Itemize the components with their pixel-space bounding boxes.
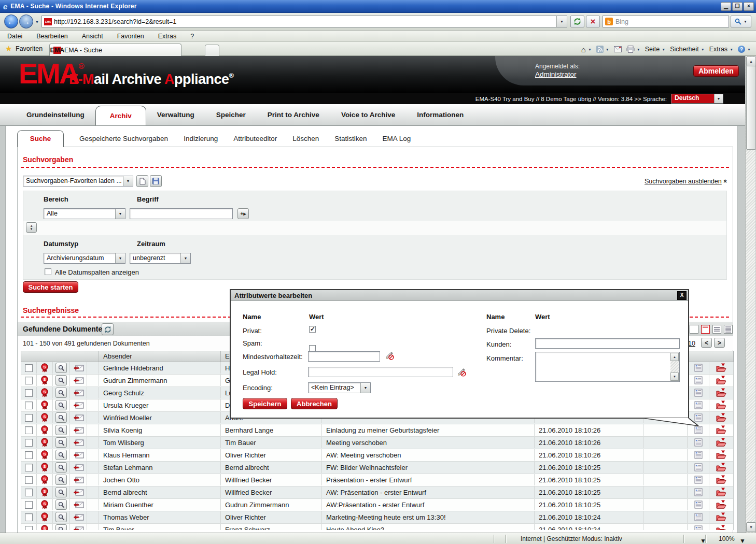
table-row[interactable]: S Tim Bauer Franz Schwarz Heute Abend Ki…: [21, 524, 733, 530]
attributes-notes-icon[interactable]: [694, 451, 703, 459]
dialog-save-button[interactable]: Speichern: [243, 398, 287, 409]
new-tab-button[interactable]: [205, 45, 219, 56]
minimize-button[interactable]: ▁: [721, 2, 731, 11]
favorites-star-icon[interactable]: ★: [5, 44, 12, 53]
preview-button[interactable]: [55, 363, 67, 373]
table-row[interactable]: S Thomas Weber Oliver Richter Marketing-…: [21, 511, 733, 524]
back-button[interactable]: ←: [4, 15, 18, 28]
attributes-notes-icon[interactable]: [694, 438, 703, 447]
preview-button[interactable]: [55, 462, 67, 473]
subnav-tab-indizierung[interactable]: Indizierung: [176, 135, 226, 142]
dropdown-arrow-icon[interactable]: ▼: [115, 253, 125, 263]
preview-button[interactable]: [55, 524, 67, 530]
restore-mail-icon[interactable]: [73, 477, 84, 483]
kommentar-textarea[interactable]: ▲ ▼: [535, 352, 680, 382]
restore-folder-icon[interactable]: [716, 400, 726, 410]
scroll-down-icon[interactable]: ▼: [670, 373, 679, 381]
row-checkbox[interactable]: [25, 377, 33, 384]
mindestvorhaltezeit-input[interactable]: [308, 351, 380, 362]
nav-tab-verwaltung[interactable]: Verwaltung: [146, 105, 205, 125]
add-term-button[interactable]: +▸: [237, 208, 249, 219]
restore-mail-icon[interactable]: [73, 390, 84, 396]
attributes-notes-icon[interactable]: [694, 389, 703, 397]
encoding-select[interactable]: <Kein Eintrag>▼: [308, 382, 371, 393]
help-menu[interactable]: ? ▼: [738, 46, 751, 53]
row-checkbox[interactable]: [25, 364, 33, 372]
page-number-link[interactable]: 10: [688, 340, 695, 347]
privat-checkbox[interactable]: [309, 326, 316, 333]
scrollbar-thumb[interactable]: [746, 66, 756, 150]
dialog-close-button[interactable]: X: [677, 291, 687, 300]
subnav-tab-statistiken[interactable]: Statistiken: [327, 135, 374, 142]
nav-tab-speicher[interactable]: Speicher: [205, 105, 257, 125]
zoom-dropdown-icon[interactable]: ▼: [739, 537, 746, 544]
nav-tab-grundeinstellung[interactable]: Grundeinstellung: [16, 105, 95, 125]
restore-folder-icon[interactable]: [716, 450, 726, 460]
nav-tab-informationen[interactable]: Informationen: [406, 105, 474, 125]
menu-item-favoriten[interactable]: Favoriten: [117, 33, 144, 40]
menu-item-?[interactable]: ?: [190, 33, 194, 40]
table-row[interactable]: S Stefan Lehmann Bernd albrecht FW: Bild…: [21, 462, 733, 474]
favorites-button[interactable]: Favoriten: [16, 45, 43, 52]
scroll-down-button[interactable]: ▼: [746, 522, 756, 532]
home-button[interactable]: ⌂▼: [581, 45, 592, 54]
restore-mail-icon[interactable]: [73, 414, 84, 421]
restore-folder-icon[interactable]: [716, 363, 726, 373]
attributes-notes-icon[interactable]: [694, 476, 703, 484]
search-box[interactable]: b Bing: [603, 16, 729, 27]
row-checkbox[interactable]: [25, 476, 33, 484]
restore-folder-icon[interactable]: [716, 388, 726, 397]
attributes-notes-icon[interactable]: [694, 401, 703, 409]
row-checkbox[interactable]: [25, 464, 33, 471]
favorites-select[interactable]: Suchvorgaben-Favoriten laden ...▼: [23, 176, 133, 187]
refresh-button[interactable]: [570, 16, 584, 27]
preview-button[interactable]: [55, 475, 67, 485]
attributes-notes-icon[interactable]: [694, 463, 703, 471]
add-row-button[interactable]: +▼: [26, 222, 37, 233]
restore-folder-icon[interactable]: [716, 376, 726, 385]
new-search-button[interactable]: [136, 175, 148, 187]
subnav-tab-attributeeditor[interactable]: Attributeeditor: [226, 135, 285, 142]
search-go-button[interactable]: ▼: [731, 16, 751, 27]
row-checkbox[interactable]: [25, 513, 33, 521]
restore-mail-icon[interactable]: [73, 402, 84, 409]
row-checkbox[interactable]: [25, 389, 33, 397]
restore-mail-icon[interactable]: [73, 439, 84, 446]
restore-folder-icon[interactable]: [716, 463, 726, 472]
subnav-tab-suche[interactable]: Suche: [17, 130, 64, 147]
safety-menu[interactable]: Sicherheit▼: [670, 46, 705, 53]
preview-button[interactable]: [55, 388, 67, 398]
dialog-cancel-button[interactable]: Abbrechen: [291, 398, 338, 409]
restore-folder-icon[interactable]: [716, 413, 726, 422]
nav-tab-archiv[interactable]: Archiv: [95, 106, 146, 125]
url-dropdown-button[interactable]: ▼: [556, 16, 567, 27]
restore-folder-icon[interactable]: [716, 438, 726, 447]
history-dropdown-icon[interactable]: ▼: [35, 20, 39, 24]
row-checkbox[interactable]: [25, 402, 33, 409]
attributes-notes-icon[interactable]: [694, 500, 703, 509]
table-row[interactable]: S Miriam Guenther Gudrun Zimmermann AW:P…: [21, 499, 733, 511]
restore-mail-icon[interactable]: [73, 377, 84, 384]
attributes-notes-icon[interactable]: [694, 513, 703, 521]
view-preview-icon[interactable]: [701, 325, 710, 334]
restore-mail-icon[interactable]: [73, 526, 84, 531]
scroll-up-button[interactable]: ▲: [746, 56, 756, 66]
dropdown-arrow-icon[interactable]: ▼: [360, 383, 370, 393]
tab-ema-suche[interactable]: EMA EMA - Suche: [49, 44, 181, 56]
browser-scrollbar[interactable]: ▲ ▼: [745, 56, 755, 533]
restore-mail-icon[interactable]: [73, 427, 84, 434]
refresh-results-button[interactable]: [102, 323, 114, 335]
subnav-tab-löschen[interactable]: Löschen: [285, 135, 327, 142]
restore-mail-icon[interactable]: [73, 514, 84, 521]
restore-folder-icon[interactable]: [716, 488, 726, 497]
textarea-scrollbar[interactable]: ▲ ▼: [670, 353, 679, 381]
stop-button[interactable]: ×: [586, 16, 600, 27]
show-all-dates-checkbox[interactable]: [45, 268, 51, 275]
row-checkbox[interactable]: [25, 439, 33, 447]
dropdown-arrow-icon[interactable]: ▼: [123, 176, 133, 186]
restore-mail-icon[interactable]: [73, 452, 84, 459]
datumstyp-select[interactable]: Archivierungsdatum▼: [44, 253, 125, 264]
preview-button[interactable]: [55, 375, 67, 385]
dropdown-arrow-icon[interactable]: ▼: [180, 253, 190, 263]
preview-button[interactable]: [55, 512, 67, 522]
